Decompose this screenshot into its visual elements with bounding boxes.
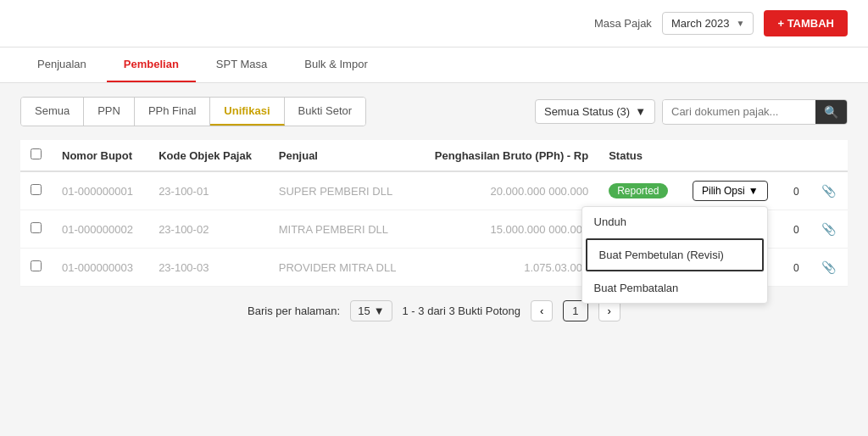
header-checkbox	[20, 140, 52, 171]
subtabs: Semua PPN PPh Final Unifikasi Bukti Seto…	[20, 97, 366, 126]
pagination-label: Baris per halaman:	[248, 305, 340, 317]
subtab-unifikasi[interactable]: Unifikasi	[210, 98, 284, 126]
clip-icon: 📎	[821, 184, 836, 198]
row-penghasilan: 15.000.000 000.000	[415, 210, 598, 249]
masa-pajak-value: March 2023	[671, 17, 730, 30]
row-count: 0	[783, 210, 810, 249]
row-nomor-bupot: 01-000000002	[52, 210, 148, 249]
select-all-checkbox[interactable]	[31, 148, 42, 159]
tab-bar: Penjualan Pembelian SPT Masa Bulk & Impo…	[0, 48, 868, 83]
search-box: 🔍	[662, 99, 848, 125]
tab-pembelian[interactable]: Pembelian	[107, 48, 196, 82]
search-input[interactable]	[663, 100, 815, 123]
row-clip: 📎	[811, 249, 848, 287]
row-kode-objek: 23-100-01	[148, 171, 269, 210]
header-count	[783, 140, 810, 171]
tab-spt-masa[interactable]: SPT Masa	[199, 48, 284, 82]
pagination-info: 1 - 3 dari 3 Bukti Potong	[403, 305, 520, 317]
status-badge: Reported	[609, 183, 667, 198]
prev-page-button[interactable]: ‹	[531, 300, 553, 321]
top-bar: Masa Pajak March 2023 ▼ + TAMBAH	[0, 0, 868, 48]
subtab-ppn[interactable]: PPN	[84, 98, 135, 126]
header-nomor-bupot: Nomor Bupot	[52, 140, 148, 171]
row-kode-objek: 23-100-03	[148, 249, 269, 287]
row-status: Reported	[598, 171, 682, 210]
clip-icon: 📎	[821, 260, 836, 274]
subtab-bukti-setor[interactable]: Bukti Setor	[285, 98, 366, 126]
clip-icon: 📎	[821, 222, 836, 236]
row-penjual: MITRA PEMBERI DLL	[269, 210, 415, 249]
table-row: 01-000000001 23-100-01 SUPER PEMBERI DLL…	[20, 171, 848, 210]
row-checkbox-cell	[20, 171, 52, 210]
row-nomor-bupot: 01-000000001	[52, 171, 148, 210]
masa-pajak-select[interactable]: March 2023 ▼	[662, 12, 754, 35]
dropdown-item-pembatalan[interactable]: Buat Pembatalan	[582, 273, 767, 303]
dropdown-wrapper: Pilih Opsi ▼ Unduh Buat Pembetulan (Revi…	[693, 181, 768, 201]
header-penghasilan: Penghasilan Bruto (PPh) - Rp	[415, 140, 598, 171]
row-penghasilan: 1.075.03.000	[415, 249, 598, 287]
row-penjual: PROVIDER MITRA DLL	[269, 249, 415, 287]
header-penjual: Penjual	[269, 140, 415, 171]
row-count: 0	[783, 249, 810, 287]
header-status: Status	[598, 140, 682, 171]
row-count: 0	[783, 171, 810, 210]
subtab-pph-final[interactable]: PPh Final	[135, 98, 210, 126]
row-kode-objek: 23-100-02	[148, 210, 269, 249]
pilih-opsi-button[interactable]: Pilih Opsi ▼	[693, 181, 768, 201]
page-size-select[interactable]: 15 ▼	[350, 300, 392, 321]
page-size-value: 15	[358, 305, 370, 317]
row-checkbox-cell	[20, 210, 52, 249]
row-checkbox[interactable]	[31, 222, 42, 233]
row-penjual: SUPER PEMBERI DLL	[269, 171, 415, 210]
tab-penjualan[interactable]: Penjualan	[20, 48, 103, 82]
dropdown-item-unduh[interactable]: Unduh	[582, 207, 767, 237]
chevron-down-icon: ▼	[737, 19, 745, 28]
header-action	[682, 140, 783, 171]
row-clip: 📎	[811, 210, 848, 249]
dropdown-item-revisi[interactable]: Buat Pembetulan (Revisi)	[586, 238, 764, 271]
tambah-button[interactable]: + TAMBAH	[764, 10, 848, 36]
row-checkbox[interactable]	[31, 184, 42, 195]
main-content: Semua PPN PPh Final Unifikasi Bukti Seto…	[0, 83, 868, 335]
header-kode-objek: Kode Objek Pajak	[148, 140, 269, 171]
row-penghasilan: 20.000.000 000.000	[415, 171, 598, 210]
chevron-down-icon: ▼	[374, 305, 385, 317]
tab-bulk-impor[interactable]: Bulk & Impor	[287, 48, 384, 82]
row-clip: 📎	[811, 171, 848, 210]
chevron-down-icon: ▼	[748, 185, 759, 197]
data-table: Nomor Bupot Kode Objek Pajak Penjual Pen…	[20, 140, 848, 287]
row-checkbox[interactable]	[31, 260, 42, 271]
subtab-row: Semua PPN PPh Final Unifikasi Bukti Seto…	[20, 97, 848, 126]
header-clip	[811, 140, 848, 171]
row-action: Pilih Opsi ▼ Unduh Buat Pembetulan (Revi…	[682, 171, 783, 210]
table-container: Nomor Bupot Kode Objek Pajak Penjual Pen…	[20, 140, 848, 287]
subtab-semua[interactable]: Semua	[21, 98, 84, 126]
row-checkbox-cell	[20, 249, 52, 287]
row-nomor-bupot: 01-000000003	[52, 249, 148, 287]
status-select[interactable]: Semua Status (3) ▼	[535, 99, 655, 124]
dropdown-menu: Unduh Buat Pembetulan (Revisi) Buat Pemb…	[581, 206, 768, 304]
right-controls: Semua Status (3) ▼ 🔍	[535, 99, 848, 125]
search-icon[interactable]: 🔍	[815, 100, 847, 124]
chevron-down-icon: ▼	[635, 105, 646, 118]
status-select-label: Semua Status (3)	[544, 105, 630, 118]
masa-pajak-label: Masa Pajak	[594, 17, 652, 30]
